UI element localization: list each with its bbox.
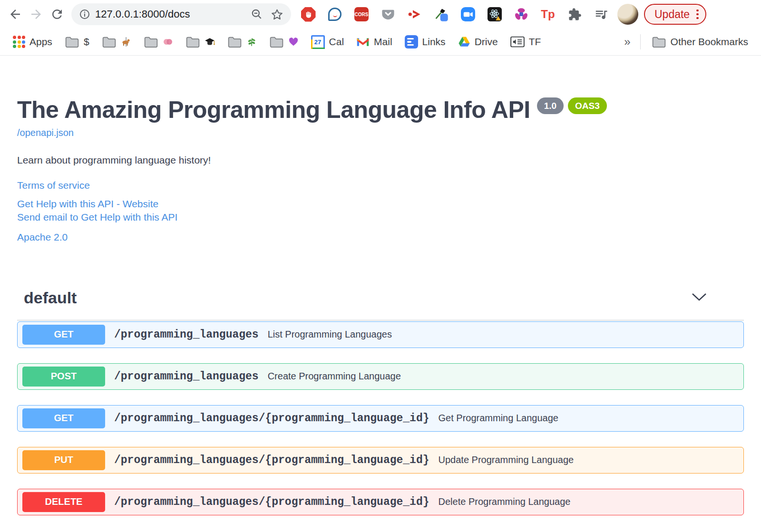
chat-extension-button[interactable] xyxy=(322,3,348,26)
flower-extension-button[interactable] xyxy=(508,3,535,26)
tag-section-title: default xyxy=(24,289,77,307)
dollar-label: $ xyxy=(84,36,89,48)
bookmark-folder-herb[interactable] xyxy=(221,32,263,51)
folder-icon xyxy=(269,36,284,48)
pocket-extension-button[interactable] xyxy=(375,3,401,26)
endpoint-summary: Update Programming Language xyxy=(439,455,574,465)
bookmark-calendar[interactable]: 27 Cal xyxy=(305,32,351,51)
collapse-section-button[interactable] xyxy=(692,293,744,302)
tp-icon: Tp xyxy=(541,8,555,21)
adblock-extension-button[interactable] xyxy=(295,3,322,26)
bookmark-mail[interactable]: Mail xyxy=(350,32,399,51)
bookmark-star-icon[interactable] xyxy=(271,8,283,21)
endpoint-get-one[interactable]: GET /programming_languages/{programming_… xyxy=(17,405,744,432)
version-badge: 1.0 xyxy=(537,97,564,114)
announcement-card-icon xyxy=(510,36,525,48)
back-button[interactable] xyxy=(5,4,26,25)
help-email-link[interactable]: Send email to Get Help with this API xyxy=(17,211,744,224)
folder-icon xyxy=(185,36,200,48)
bookmark-links[interactable]: Links xyxy=(399,32,452,51)
extensions-puzzle-icon xyxy=(568,8,582,21)
oas3-badge: OAS3 xyxy=(568,97,607,114)
update-label: Update xyxy=(654,8,690,21)
bookmark-label: Mail xyxy=(374,36,392,48)
endpoint-summary: Create Programming Language xyxy=(268,371,401,382)
swagger-page: The Amazing Programming Language Info AP… xyxy=(0,56,761,515)
tp-extension-button[interactable]: Tp xyxy=(535,3,561,26)
gmail-icon xyxy=(356,37,370,47)
color-picker-extension-button[interactable] xyxy=(428,3,455,26)
zoom-meeting-icon xyxy=(461,7,475,21)
pocket-icon xyxy=(381,7,395,21)
bookmarks-overflow-chevron[interactable]: » xyxy=(619,35,635,48)
media-queue-icon xyxy=(594,7,608,21)
folder-icon xyxy=(652,36,666,48)
brain-icon xyxy=(163,37,173,47)
api-info: The Amazing Programming Language Info AP… xyxy=(17,56,744,243)
endpoint-get-list[interactable]: GET /programming_languages List Programm… xyxy=(17,321,744,348)
endpoint-path: /programming_languages/{programming_lang… xyxy=(114,454,429,466)
reload-button[interactable] xyxy=(47,4,68,25)
profile-avatar[interactable] xyxy=(617,4,638,25)
address-bar[interactable]: 127.0.0.1:8000/docs xyxy=(71,3,291,25)
google-drive-icon xyxy=(458,36,470,48)
url-text[interactable]: 127.0.0.1:8000/docs xyxy=(95,8,251,20)
page-title: The Amazing Programming Language Info AP… xyxy=(17,97,530,123)
menu-dots-icon[interactable] xyxy=(696,10,699,19)
media-queue-button[interactable] xyxy=(588,3,615,26)
chat-bubble-icon xyxy=(328,8,341,21)
bookmarks-divider xyxy=(640,34,641,49)
bookmark-label: TF xyxy=(529,36,541,48)
tag-section-header[interactable]: default xyxy=(17,289,744,320)
openapi-spec-link[interactable]: /openapi.json xyxy=(17,127,74,138)
carousel-horse-icon xyxy=(121,37,131,47)
cors-extension-button[interactable]: CORS xyxy=(348,3,375,26)
endpoint-summary: List Programming Languages xyxy=(268,329,392,340)
herb-icon xyxy=(246,37,257,47)
back-icon xyxy=(8,7,22,21)
bookmark-drive[interactable]: Drive xyxy=(452,32,504,51)
folder-icon xyxy=(102,36,117,48)
endpoint-path: /programming_languages/{programming_lang… xyxy=(114,412,429,425)
help-website-link[interactable]: Get Help with this API - Website xyxy=(17,197,744,211)
cors-icon: CORS xyxy=(354,7,369,21)
endpoint-post-create[interactable]: POST /programming_languages Create Progr… xyxy=(17,363,744,390)
method-badge: GET xyxy=(22,325,105,345)
bookmark-tf[interactable]: TF xyxy=(504,32,547,51)
send-arrow-icon xyxy=(408,7,422,21)
calendar-day: 27 xyxy=(314,39,321,46)
bookmark-folder-purple-heart[interactable] xyxy=(263,32,305,51)
terms-of-service-link[interactable]: Terms of service xyxy=(17,180,744,191)
endpoint-path: /programming_languages xyxy=(114,370,259,383)
folder-icon xyxy=(227,36,242,48)
browser-toolbar: 127.0.0.1:8000/docs CORS Tp Update xyxy=(0,0,761,29)
send-arrow-extension-button[interactable] xyxy=(401,3,428,26)
bookmark-label: Cal xyxy=(329,36,344,48)
bookmark-folder-carousel-horse[interactable] xyxy=(96,32,137,51)
color-picker-icon xyxy=(434,7,449,22)
forward-button[interactable] xyxy=(26,4,47,25)
zoom-out-icon[interactable] xyxy=(251,8,263,20)
page-info-icon[interactable] xyxy=(79,9,90,20)
endpoint-path: /programming_languages/{programming_lang… xyxy=(114,496,429,508)
extensions-button[interactable] xyxy=(561,3,588,26)
endpoint-summary: Get Programming Language xyxy=(439,413,558,424)
method-badge: POST xyxy=(22,367,105,387)
bookmark-label: Links xyxy=(422,36,446,48)
update-button[interactable]: Update xyxy=(644,4,706,25)
bookmark-apps[interactable]: Apps xyxy=(7,32,59,51)
bookmark-folder-brain[interactable] xyxy=(137,32,179,51)
zoom-meeting-extension-button[interactable] xyxy=(455,3,481,26)
endpoint-put-update[interactable]: PUT /programming_languages/{programming_… xyxy=(17,447,744,474)
react-devtools-extension-button[interactable] xyxy=(481,3,508,26)
endpoint-delete[interactable]: DELETE /programming_languages/{programmi… xyxy=(17,489,744,515)
bookmark-folder-dollar[interactable]: $ xyxy=(59,32,96,51)
endpoint-summary: Delete Programming Language xyxy=(439,496,571,507)
license-link[interactable]: Apache 2.0 xyxy=(17,232,744,243)
folder-icon xyxy=(144,36,158,48)
bookmark-folder-graduation-cap[interactable] xyxy=(179,32,221,51)
forward-icon xyxy=(29,7,43,21)
react-devtools-icon xyxy=(488,7,502,21)
other-bookmarks-label: Other Bookmarks xyxy=(671,36,748,48)
other-bookmarks[interactable]: Other Bookmarks xyxy=(645,32,754,51)
